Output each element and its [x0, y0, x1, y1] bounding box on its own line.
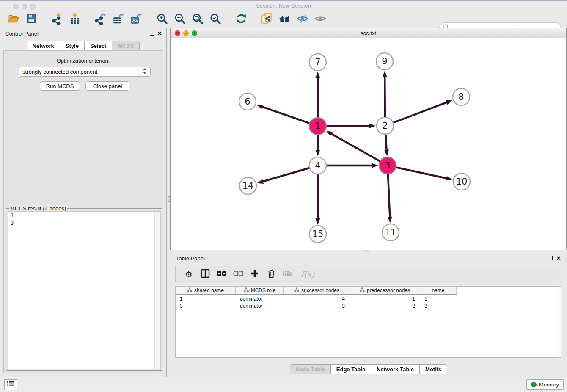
- toolbar-separator: [149, 11, 149, 26]
- show-all-button[interactable]: [311, 11, 329, 27]
- column-header-name[interactable]: name: [420, 287, 457, 294]
- table-float-panel-icon[interactable]: [548, 256, 553, 260]
- show-columns-button[interactable]: [199, 268, 212, 281]
- deselect-all-columns-button[interactable]: [232, 268, 245, 281]
- zoom-in-button[interactable]: [153, 11, 171, 27]
- horizontal-splitter-handle[interactable]: [364, 250, 369, 252]
- column-header-MCDS-role[interactable]: MCDS role: [236, 287, 284, 294]
- column-header-successor-nodes[interactable]: successor nodes: [284, 287, 350, 294]
- eye-icon: [314, 12, 327, 25]
- export-image-icon: [130, 13, 142, 25]
- import-table-button[interactable]: [66, 11, 84, 27]
- network-canvas[interactable]: 7968124314101511: [171, 38, 566, 250]
- table-scrollbar[interactable]: [556, 287, 561, 357]
- tab-mcds[interactable]: MCDS: [112, 41, 139, 50]
- graph-edge-3-11[interactable]: [388, 173, 390, 218]
- graph-edge-arrowhead: [446, 100, 452, 105]
- network-window-title: scc.txt: [171, 30, 566, 36]
- show-panels-button[interactable]: [4, 379, 17, 390]
- graph-edge-arrowhead: [383, 71, 387, 77]
- refresh-button[interactable]: [232, 11, 250, 27]
- open-folder-icon: [8, 13, 19, 25]
- delete-table-icon: [282, 270, 293, 279]
- table-cell[interactable]: 4: [284, 295, 350, 302]
- tab-node-table[interactable]: Node Table: [290, 365, 330, 374]
- column-header-shared-name[interactable]: shared name: [176, 287, 236, 294]
- column-header-predecessor-nodes[interactable]: predecessor nodes: [350, 287, 420, 294]
- network-view-window: ✕ − + scc.txt 7968124314101511: [170, 28, 567, 250]
- hide-selected-button[interactable]: [294, 11, 311, 27]
- table-cell[interactable]: 1: [176, 295, 236, 302]
- zoom-selected-button[interactable]: [206, 11, 224, 27]
- column-header-label: successor nodes: [301, 287, 339, 293]
- close-panel-icon[interactable]: ✕: [157, 31, 162, 36]
- graph-edge-arrowhead: [372, 163, 378, 168]
- select-all-columns-button[interactable]: [215, 268, 228, 281]
- mcds-result-list[interactable]: 1 3: [8, 211, 161, 369]
- table-close-panel-icon[interactable]: ✕: [556, 256, 561, 261]
- column-hierarchy-icon: [244, 287, 249, 293]
- table-cell[interactable]: 3: [284, 302, 350, 309]
- graph-edge-1-6[interactable]: [261, 107, 311, 124]
- optimization-criterion-dropdown[interactable]: strongly connected component: [19, 67, 151, 77]
- table-row[interactable]: 3dominator323: [176, 302, 457, 309]
- result-scrollbar[interactable]: [154, 212, 160, 369]
- graph-edge-3-1[interactable]: [330, 133, 381, 162]
- table-cell[interactable]: dominator: [236, 302, 284, 309]
- status-bar: Memory: [0, 377, 567, 392]
- tab-motifs[interactable]: Motifs: [419, 365, 447, 374]
- graph-node-label: 7: [315, 57, 320, 67]
- first-neighbors-button[interactable]: [258, 11, 276, 27]
- tab-network-table[interactable]: Network Table: [371, 365, 419, 374]
- graph-edge-3-10[interactable]: [395, 167, 447, 179]
- control-panel-title: Control Panel: [5, 30, 39, 37]
- graph-edge-4-14[interactable]: [262, 168, 311, 182]
- graph-edge-arrowhead: [316, 150, 320, 156]
- export-table-button[interactable]: [110, 11, 127, 27]
- vertical-splitter-handle[interactable]: [168, 196, 170, 202]
- table-cell[interactable]: 2: [350, 302, 420, 309]
- tab-network[interactable]: Network: [27, 41, 60, 50]
- table-row[interactable]: 1dominator411: [176, 295, 457, 302]
- tab-edge-table[interactable]: Edge Table: [330, 365, 371, 374]
- open-file-button[interactable]: [5, 11, 22, 27]
- graph-edge-arrowhead: [369, 124, 376, 128]
- mcds-result-legend: MCDS result (2 nodes): [9, 205, 67, 212]
- close-panel-button[interactable]: Close panel: [85, 81, 129, 91]
- graph-node-label: 6: [245, 97, 250, 107]
- save-session-button[interactable]: [22, 11, 40, 27]
- memory-button[interactable]: Memory: [526, 379, 564, 390]
- toolbar-separator: [44, 11, 44, 26]
- float-panel-icon[interactable]: [150, 31, 154, 36]
- graph-edge-1-2[interactable]: [325, 126, 370, 126]
- memory-label: Memory: [539, 381, 559, 388]
- delete-column-button[interactable]: [265, 268, 278, 281]
- run-mcds-button[interactable]: Run MCDS: [40, 81, 80, 91]
- zoom-fit-button[interactable]: [189, 11, 206, 27]
- network-window-titlebar[interactable]: ✕ − + scc.txt: [171, 28, 566, 38]
- home-view-button[interactable]: [276, 11, 294, 27]
- table-cell[interactable]: dominator: [236, 295, 284, 302]
- plus-icon: [250, 269, 259, 279]
- graph-edge-arrowhead: [316, 218, 320, 225]
- dropdown-selected-value: strongly connected component: [22, 69, 143, 75]
- import-network-button[interactable]: [48, 11, 66, 27]
- export-image-button[interactable]: [127, 11, 145, 27]
- tab-style[interactable]: Style: [60, 41, 84, 50]
- graph-edge-2-8[interactable]: [392, 102, 447, 123]
- export-network-button[interactable]: [92, 11, 110, 27]
- table-cell[interactable]: 1: [420, 295, 457, 302]
- create-column-button[interactable]: [248, 268, 261, 281]
- tab-select[interactable]: Select: [84, 41, 112, 50]
- graph-edge-2-3[interactable]: [385, 133, 387, 151]
- houses-icon: [278, 12, 291, 25]
- table-cell[interactable]: 3: [176, 302, 236, 309]
- zoom-out-button[interactable]: [171, 11, 189, 27]
- table-cell[interactable]: 3: [420, 302, 457, 309]
- graph-edge-arrowhead: [446, 176, 453, 181]
- table-cell[interactable]: 1: [350, 295, 420, 302]
- graph-edge-2-9[interactable]: [385, 76, 385, 119]
- table-panel: Table Panel ✕ ⚙: [170, 253, 567, 377]
- graph-node-label: 14: [242, 181, 254, 191]
- table-settings-button[interactable]: ⚙: [182, 268, 195, 281]
